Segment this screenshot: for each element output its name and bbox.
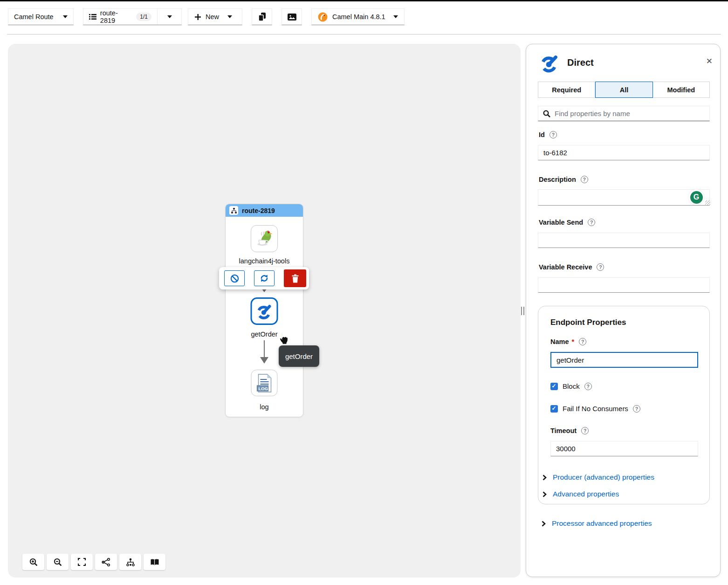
toolbar-divider: [7, 34, 721, 34]
block-label: Block: [563, 382, 580, 390]
expand-icon: [78, 558, 86, 566]
route-switcher-main[interactable]: route-2819 1/1: [83, 9, 157, 24]
zoom-in-icon: [29, 558, 38, 566]
canvas-controls: [22, 554, 165, 570]
endpoint-properties-card: Endpoint Properties Name * ? Block ? Fai…: [538, 306, 710, 504]
help-icon[interactable]: ?: [588, 219, 595, 226]
tab-all[interactable]: All: [595, 82, 652, 98]
route-switcher-caret[interactable]: [157, 9, 181, 25]
help-icon[interactable]: ?: [579, 338, 586, 345]
close-icon[interactable]: ✕: [706, 56, 713, 66]
replace-step-button[interactable]: [254, 270, 275, 286]
help-icon[interactable]: ?: [584, 383, 592, 390]
block-checkbox[interactable]: [550, 383, 558, 390]
fail-if-no-consumers-checkbox[interactable]: [550, 405, 558, 413]
route-group-header[interactable]: route-2819: [226, 204, 303, 217]
dsl-select-label: Camel Route: [14, 13, 54, 21]
chevron-down-icon: [227, 15, 232, 18]
new-route-button[interactable]: New: [188, 8, 242, 25]
variable-receive-input[interactable]: [538, 277, 710, 293]
ban-icon: [230, 274, 239, 283]
node-tooltip: getOrder: [279, 345, 319, 367]
tab-required[interactable]: Required: [538, 82, 595, 98]
node-log-label: log: [260, 403, 268, 411]
timeout-input[interactable]: [550, 441, 698, 456]
camel-logo-icon: [318, 12, 328, 22]
chevron-right-icon: [542, 491, 547, 497]
search-icon: [543, 110, 550, 117]
node-tooltip-text: getOrder: [285, 352, 313, 360]
producer-advanced-link[interactable]: Producer (advanced) properties: [542, 473, 654, 482]
help-icon[interactable]: ?: [633, 405, 640, 413]
description-textarea[interactable]: [538, 189, 710, 206]
advanced-properties-link[interactable]: Advanced properties: [542, 490, 619, 498]
name-field-label: Name * ?: [550, 338, 586, 345]
endpoint-properties-title: Endpoint Properties: [550, 318, 626, 327]
route-canvas[interactable]: route-2819 langchain4j-tools: [8, 44, 521, 578]
grammarly-icon[interactable]: G: [688, 189, 704, 205]
sitemap-icon: [126, 558, 135, 566]
zoom-out-icon: [54, 558, 62, 566]
chevron-down-icon: [393, 15, 398, 18]
route-group-node[interactable]: route-2819 langchain4j-tools: [225, 204, 303, 417]
list-icon: [89, 14, 96, 20]
node-action-toolbar: [219, 267, 309, 289]
horizontal-layout-button[interactable]: [95, 554, 117, 570]
edge-line: [264, 340, 265, 357]
help-icon[interactable]: ?: [581, 427, 589, 434]
help-icon[interactable]: ?: [581, 176, 588, 183]
delete-step-button[interactable]: [284, 269, 306, 287]
fail-if-no-consumers-label: Fail If No Consumers: [563, 405, 628, 413]
langchain4j-tools-icon: [254, 229, 274, 248]
new-route-label: New: [206, 13, 219, 21]
edge-arrowhead-small: [262, 289, 267, 292]
plus-icon: [195, 14, 201, 20]
node-getorder-direct[interactable]: [251, 297, 278, 325]
copy-icon: [258, 12, 267, 21]
log-icon-text: LOG: [258, 385, 268, 391]
id-input[interactable]: [538, 145, 710, 160]
direct-endpoint-icon: [539, 52, 561, 74]
node-log[interactable]: LOG: [251, 370, 278, 396]
export-image-button[interactable]: [282, 8, 302, 25]
route-switcher[interactable]: route-2819 1/1: [83, 8, 182, 25]
runtime-select-label: Camel Main 4.8.1: [332, 13, 385, 21]
chevron-down-icon: [63, 15, 68, 18]
kaoto-designer-page: Camel Route route-2819 1/1: [0, 0, 728, 585]
search-input[interactable]: [555, 110, 705, 117]
textarea-resize-grip[interactable]: [705, 200, 710, 206]
description-field-label: Description ?: [539, 176, 588, 183]
catalog-button[interactable]: [144, 554, 165, 570]
variable-send-label: Variable Send ?: [539, 219, 595, 226]
fit-to-screen-button[interactable]: [71, 554, 93, 570]
image-icon: [288, 14, 296, 21]
direct-endpoint-icon: [255, 302, 274, 321]
sync-icon: [260, 274, 269, 282]
block-checkbox-row: Block ?: [550, 382, 592, 390]
chevron-right-icon: [542, 475, 547, 481]
variable-send-input[interactable]: [538, 233, 710, 248]
runtime-select[interactable]: Camel Main 4.8.1: [311, 8, 405, 25]
route-switcher-label: route-2819: [100, 9, 132, 24]
processor-advanced-link[interactable]: Processor advanced properties: [541, 519, 652, 528]
node-langchain4j-tools-label: langchain4j-tools: [239, 257, 290, 265]
timeout-field-label: Timeout ?: [550, 427, 589, 434]
main-toolbar: Camel Route route-2819 1/1: [0, 1, 728, 35]
node-langchain4j-tools[interactable]: [251, 225, 278, 252]
copy-source-button[interactable]: [252, 8, 272, 25]
disable-step-button[interactable]: [224, 270, 245, 286]
dsl-select[interactable]: Camel Route: [8, 8, 74, 25]
required-marker: *: [572, 338, 575, 345]
vertical-layout-button[interactable]: [119, 554, 141, 570]
zoom-in-button[interactable]: [22, 554, 44, 570]
panel-resize-handle[interactable]: [521, 307, 525, 315]
name-input[interactable]: [550, 352, 698, 368]
help-icon[interactable]: ?: [597, 263, 604, 271]
trash-icon: [291, 274, 299, 283]
property-search[interactable]: [538, 106, 710, 121]
zoom-out-button[interactable]: [47, 554, 69, 570]
tab-modified[interactable]: Modified: [653, 82, 710, 98]
mouse-hand-cursor: [277, 332, 288, 346]
help-icon[interactable]: ?: [549, 131, 557, 138]
open-book-icon: [150, 558, 159, 566]
